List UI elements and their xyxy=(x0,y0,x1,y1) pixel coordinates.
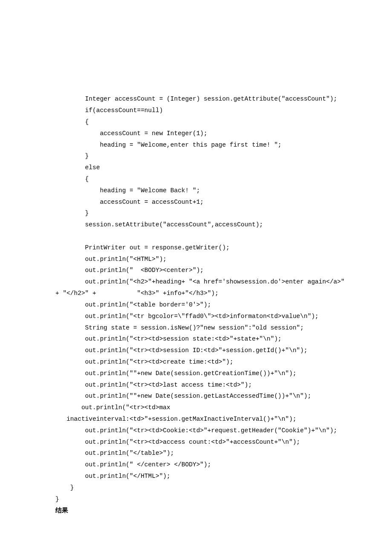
code-line: } xyxy=(55,153,89,159)
code-line: Integer accessCount = (Integer) session.… xyxy=(55,95,337,102)
code-line: out.println(" </center> </BODY>"); xyxy=(55,461,211,468)
code-line: out.println("<tr><td>access count:<td>"+… xyxy=(55,439,300,445)
code-line: PrintWriter out = response.getWriter(); xyxy=(55,244,230,251)
code-line: } xyxy=(55,210,89,217)
code-line: out.println("<tr><td>last access time:<t… xyxy=(55,382,252,388)
code-line: out.println("<HTML>"); xyxy=(55,256,167,263)
code-line: accessCount = accessCount+1; xyxy=(55,199,204,205)
code-line: if(accessCount==null) xyxy=(55,107,163,114)
code-line: out.println("<h2>"+heading+ "<a href='sh… xyxy=(55,278,345,285)
code-line: out.println("</table>"); xyxy=(55,450,174,457)
code-line: session.setAttribute("accessCount",acces… xyxy=(55,221,263,228)
code-line: String state = session.isNew()?"new sess… xyxy=(55,324,304,331)
code-line: out.println("<tr><td>Cookie:<td>"+reques… xyxy=(55,427,337,434)
code-line: out.println("</HTML>"); xyxy=(55,473,170,480)
code-line: inactiveinterval:<td>"+session.getMaxIna… xyxy=(55,416,297,422)
code-line: out.println("<tr><td>max xyxy=(55,404,170,411)
code-line: out.println("<table border='0'>"); xyxy=(55,301,211,308)
code-line: heading = "Welcome Back! "; xyxy=(55,187,200,194)
code-block: Integer accessCount = (Integer) session.… xyxy=(55,93,366,516)
code-line: else xyxy=(55,164,100,171)
code-line: heading = "Welcome,enter this page first… xyxy=(55,142,282,148)
code-line: out.println("<tr><td>session state:<td>"… xyxy=(55,335,282,342)
code-line: } xyxy=(55,484,74,491)
code-line: { xyxy=(55,119,89,125)
code-line: out.println(""+new Date(session.getCreat… xyxy=(55,370,297,377)
code-line: } xyxy=(55,496,59,503)
code-line: out.println(" <BODY><center>"); xyxy=(55,267,204,274)
code-line: accessCount = new Integer(1); xyxy=(55,130,208,137)
code-line: { xyxy=(55,176,89,182)
code-line: out.println("<tr><td>create time:<td>"); xyxy=(55,358,233,365)
code-line: out.println("<tr bgcolor=\"ffad0\"><td>i… xyxy=(55,313,319,320)
result-heading: 结果 xyxy=(55,507,68,514)
code-line: out.println("<tr><td>session ID:<td>"+se… xyxy=(55,347,308,354)
code-line: + "</h2>" + "<h3>" +info+"</h3>"); xyxy=(55,290,219,297)
code-line: out.println(""+new Date(session.getLastA… xyxy=(55,393,311,399)
